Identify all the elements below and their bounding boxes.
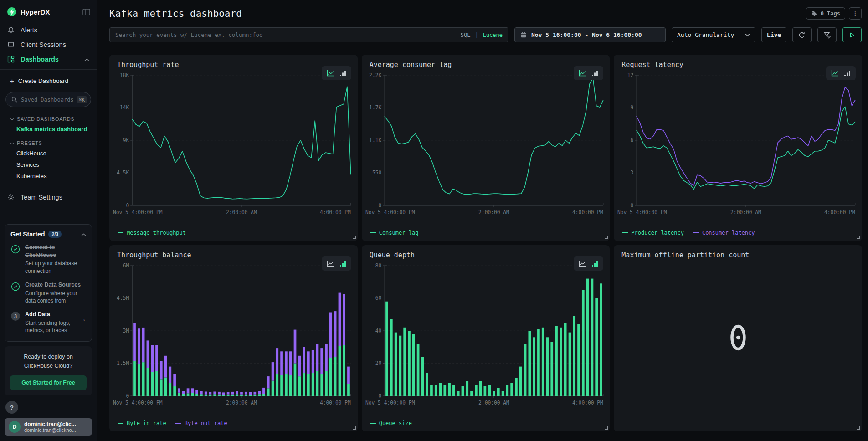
panel-throughput-rate: Throughput rate 18K14K9K4.5K0Nov 5 4:00:… bbox=[109, 55, 358, 241]
search-icon bbox=[11, 97, 17, 103]
svg-text:Nov 5 4:00:00 PM: Nov 5 4:00:00 PM bbox=[113, 400, 163, 406]
svg-text:0: 0 bbox=[126, 393, 129, 399]
date-range-picker[interactable]: Nov 5 16:00:00 - Nov 6 16:00:00 bbox=[514, 27, 666, 42]
svg-text:20: 20 bbox=[375, 360, 381, 366]
svg-text:2:00:00 AM: 2:00:00 AM bbox=[478, 400, 509, 406]
get-started-step-connect[interactable]: Connect to ClickHouse Set up your databa… bbox=[10, 244, 86, 275]
line-chart-toggle-icon[interactable] bbox=[831, 70, 839, 77]
bar-chart-toggle-icon[interactable] bbox=[591, 70, 598, 77]
line-chart-toggle-icon[interactable] bbox=[327, 260, 334, 267]
dashboard-grid-icon bbox=[7, 56, 15, 63]
preset-kubernetes[interactable]: Kubernetes bbox=[0, 170, 97, 182]
legend-item[interactable]: Byte out rate bbox=[175, 420, 227, 426]
chart-canvas: 6M4.5M3M1.5M0Nov 5 4:00:00 PM2:00:00 AM4… bbox=[112, 259, 355, 410]
get-started-step-datasources[interactable]: Create Data Sources Configure where your… bbox=[10, 281, 86, 304]
panel-title: Maximum offline partition count bbox=[614, 245, 862, 259]
deploy-card: Ready to deploy on ClickHouse Cloud? Get… bbox=[5, 346, 92, 395]
event-search-input[interactable] bbox=[115, 31, 456, 38]
svg-text:0: 0 bbox=[126, 202, 129, 209]
refresh-button[interactable] bbox=[792, 27, 812, 42]
svg-text:550: 550 bbox=[372, 169, 381, 176]
get-started-step-add-data[interactable]: 3 Add Data Start sending logs, metrics, … bbox=[10, 311, 86, 334]
date-range-value: Nov 5 16:00:00 - Nov 6 16:00:00 bbox=[531, 31, 642, 38]
step-title: Connect to ClickHouse bbox=[25, 244, 86, 259]
legend-item[interactable]: Consumer lag bbox=[370, 230, 419, 236]
deploy-text-line1: Ready to deploy on bbox=[10, 353, 87, 361]
svg-text:9: 9 bbox=[631, 104, 634, 111]
svg-text:4:00:00 PM: 4:00:00 PM bbox=[572, 400, 603, 406]
chart-legend: Byte in rate Byte out rate bbox=[118, 420, 227, 426]
bar-chart-toggle-icon[interactable] bbox=[591, 260, 598, 267]
svg-text:1.1K: 1.1K bbox=[369, 137, 381, 144]
sidebar-item-client-sessions[interactable]: Client Sessions bbox=[0, 37, 97, 52]
sidebar-item-label: Alerts bbox=[21, 26, 37, 34]
bar-chart-toggle-icon[interactable] bbox=[339, 70, 346, 77]
svg-text:3: 3 bbox=[631, 169, 634, 176]
granularity-select[interactable]: Auto Granularity bbox=[672, 27, 755, 42]
saved-dashboards-search[interactable]: ⌘K bbox=[5, 92, 91, 107]
resize-handle[interactable] bbox=[605, 426, 608, 430]
tag-icon bbox=[811, 10, 817, 17]
sidebar-item-dashboards[interactable]: Dashboards bbox=[0, 52, 97, 67]
create-dashboard-button[interactable]: + Create Dashboard bbox=[0, 70, 97, 88]
resize-handle[interactable] bbox=[353, 236, 356, 239]
legend-item[interactable]: Byte in rate bbox=[118, 420, 166, 426]
svg-text:Nov 5 4:00:00 PM: Nov 5 4:00:00 PM bbox=[113, 209, 163, 215]
resize-handle[interactable] bbox=[857, 426, 860, 430]
legend-item[interactable]: Producer latency bbox=[622, 230, 684, 236]
preset-clickhouse[interactable]: ClickHouse bbox=[0, 148, 97, 159]
filter-button[interactable] bbox=[817, 27, 837, 42]
refresh-icon bbox=[798, 31, 806, 39]
sql-toggle[interactable]: SQL bbox=[461, 32, 471, 38]
panel-maximum-offline-partition-count: Maximum offline partition count bbox=[614, 245, 862, 431]
sidebar-item-alerts[interactable]: Alerts bbox=[0, 23, 97, 37]
avatar: D bbox=[9, 421, 21, 433]
legend-item[interactable]: Queue size bbox=[370, 420, 412, 426]
panel-average-consumer-lag: Average consumer lag 2.2K1.7K1.1K5500Nov… bbox=[362, 55, 610, 241]
step-desc: Start sending logs, metrics, or traces bbox=[25, 319, 75, 334]
chart-canvas: 129630Nov 5 4:00:00 PM2:00:00 AM4:00:00 … bbox=[616, 69, 860, 219]
lucene-toggle[interactable]: Lucene bbox=[483, 32, 503, 38]
preset-services[interactable]: Services bbox=[0, 159, 97, 170]
resize-handle[interactable] bbox=[605, 236, 608, 239]
svg-text:80: 80 bbox=[375, 262, 381, 269]
saved-dashboards-section-header[interactable]: SAVED DASHBOARDS bbox=[0, 111, 97, 123]
saved-dashboards-search-input[interactable] bbox=[21, 97, 73, 103]
event-search[interactable]: SQL | Lucene bbox=[109, 27, 508, 42]
resize-handle[interactable] bbox=[857, 236, 860, 239]
line-chart-toggle-icon[interactable] bbox=[579, 260, 586, 267]
chart-legend: Message throughput bbox=[118, 230, 186, 236]
run-query-button[interactable] bbox=[842, 27, 862, 42]
gear-icon bbox=[7, 194, 15, 201]
sidebar-collapse-icon[interactable] bbox=[82, 9, 90, 15]
help-button[interactable]: ? bbox=[5, 401, 18, 414]
chevron-up-icon[interactable] bbox=[81, 230, 86, 238]
live-button[interactable]: Live bbox=[761, 27, 786, 42]
calendar-icon bbox=[520, 32, 527, 38]
hyperdx-logo-icon bbox=[7, 7, 16, 16]
get-started-free-button[interactable]: Get Started for Free bbox=[10, 375, 87, 390]
bar-chart-toggle-icon[interactable] bbox=[844, 70, 851, 77]
step-number-badge: 3 bbox=[10, 311, 21, 334]
chart-legend: Queue size bbox=[370, 420, 412, 426]
more-options-button[interactable]: ⋮ bbox=[849, 7, 862, 20]
step-desc: Configure where your data comes from bbox=[25, 290, 86, 304]
tags-button[interactable]: 0 Tags bbox=[806, 7, 845, 20]
legend-item[interactable]: Consumer latency bbox=[693, 230, 755, 236]
line-chart-toggle-icon[interactable] bbox=[579, 70, 586, 77]
svg-text:9K: 9K bbox=[123, 137, 129, 144]
dashboard-header: Kafka metrics dashboard 0 Tags ⋮ bbox=[97, 0, 868, 20]
dashboard-grid: Throughput rate 18K14K9K4.5K0Nov 5 4:00:… bbox=[109, 55, 862, 431]
bar-chart-toggle-icon[interactable] bbox=[339, 260, 346, 267]
line-chart-toggle-icon[interactable] bbox=[327, 70, 334, 77]
resize-handle[interactable] bbox=[353, 426, 356, 430]
presets-section-header[interactable]: PRESETS bbox=[0, 135, 97, 148]
saved-dashboard-kafka[interactable]: Kafka metrics dashboard bbox=[0, 123, 97, 135]
legend-item[interactable]: Message throughput bbox=[118, 230, 186, 236]
svg-text:6M: 6M bbox=[123, 262, 129, 269]
user-menu[interactable]: D dominic.tran@clic... dominic.tran@clic… bbox=[5, 418, 92, 436]
chevron-down-icon bbox=[10, 116, 14, 122]
sidebar-item-team-settings[interactable]: Team Settings bbox=[0, 190, 97, 205]
svg-text:4:00:00 PM: 4:00:00 PM bbox=[320, 400, 351, 406]
chart-type-toggle bbox=[322, 256, 351, 271]
